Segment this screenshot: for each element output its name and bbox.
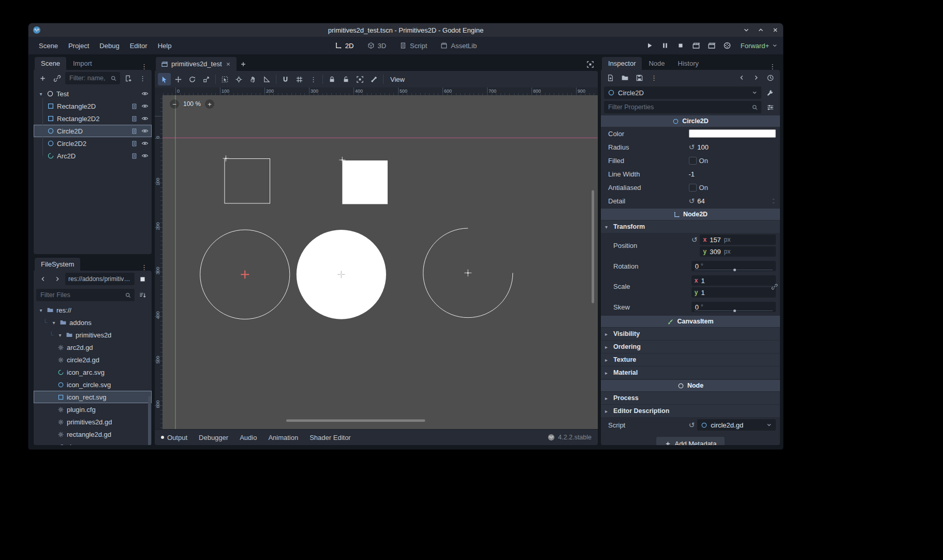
expand-arrow-icon[interactable]: ▾ — [38, 307, 44, 313]
toggle-split-mode-icon[interactable] — [136, 273, 149, 285]
filled-checkbox[interactable] — [689, 157, 697, 165]
menu-help[interactable]: Help — [153, 39, 177, 52]
bottom-tab-audio[interactable]: Audio — [240, 434, 257, 441]
category-node2d[interactable]: Node2D — [601, 209, 780, 220]
close-tab-icon[interactable] — [225, 61, 231, 67]
view-menu-button[interactable]: View — [386, 73, 409, 85]
color-picker-swatch[interactable] — [689, 129, 776, 138]
tree-row-circle2d2[interactable]: Circle2D2 — [34, 137, 152, 150]
rotate-mode-button[interactable] — [186, 73, 199, 85]
revert-icon[interactable]: ↺ — [689, 197, 695, 204]
tree-row-arc2d[interactable]: Arc2D — [34, 150, 152, 162]
expand-viewport-icon[interactable] — [583, 57, 597, 71]
tab-history[interactable]: History — [672, 57, 705, 70]
detail-value[interactable]: 64 — [697, 197, 704, 205]
renderer-dropdown[interactable]: Forward+ — [741, 42, 778, 50]
fs-row-images[interactable]: ▸ images — [34, 440, 152, 445]
resource-options-icon[interactable]: ⋮ — [647, 75, 660, 81]
group-transform[interactable]: ▾ Transform — [601, 220, 780, 233]
zoom-level[interactable]: 100 % — [183, 100, 201, 108]
category-circle2d[interactable]: Circle2D — [601, 115, 780, 127]
scale-mode-button[interactable] — [200, 73, 213, 85]
fs-back-button[interactable] — [36, 273, 49, 285]
tab-node[interactable]: Node — [642, 57, 671, 70]
attached-script-icon[interactable] — [131, 153, 138, 159]
tab-inspector[interactable]: Inspector — [602, 57, 642, 70]
group-texture[interactable]: ▸Texture — [601, 353, 780, 366]
skew-slider[interactable] — [695, 311, 773, 311]
snap-options-icon[interactable]: ⋮ — [307, 76, 320, 83]
bottom-tab-output[interactable]: Output — [161, 434, 187, 441]
fs-sort-icon[interactable] — [136, 289, 149, 301]
scene-tree-options-icon[interactable]: ⋮ — [136, 75, 149, 82]
revert-icon[interactable]: ↺ — [691, 236, 698, 243]
bottom-tab-shader-editor[interactable]: Shader Editor — [310, 434, 351, 441]
scale-y-field[interactable]: y 1 — [691, 287, 776, 298]
maximize-button[interactable] — [757, 26, 764, 34]
antialiased-checkbox[interactable] — [689, 184, 697, 191]
bottom-tab-animation[interactable]: Animation — [268, 434, 298, 441]
close-button[interactable] — [772, 26, 779, 34]
visibility-eye-icon[interactable] — [141, 127, 149, 135]
fs-row-primitives2d-gd[interactable]: primitives2d.gd — [34, 416, 152, 428]
add-metadata-button[interactable]: Add Metadata — [656, 437, 725, 445]
line-width-value[interactable]: -1 — [689, 170, 695, 178]
fs-row-plugin-cfg[interactable]: plugin.cfg — [34, 403, 152, 416]
fs-row-addons[interactable]: └ ▾ addons — [34, 316, 152, 329]
property-filter-options-icon[interactable] — [764, 101, 777, 113]
filesystem-scrollbar[interactable] — [148, 396, 151, 445]
expand-arrow-icon[interactable]: ▾ — [51, 320, 57, 326]
attached-script-icon[interactable] — [131, 140, 138, 147]
revert-icon[interactable]: ↺ — [689, 421, 695, 429]
fs-row-circle2d-gd[interactable]: circle2d.gd — [34, 353, 152, 366]
visibility-eye-icon[interactable] — [141, 102, 149, 110]
fs-row-arc2d-gd[interactable]: arc2d.gd — [34, 341, 152, 353]
fs-path[interactable]: res://addons/primitives2d/i — [68, 275, 131, 283]
move-mode-button[interactable] — [172, 73, 185, 85]
lock-node-button[interactable] — [326, 73, 338, 85]
tab-scene[interactable]: Scene — [35, 57, 66, 70]
fs-row-rectangle2d-gd[interactable]: rectangle2d.gd — [34, 428, 152, 440]
pause-button[interactable] — [659, 39, 671, 52]
tree-row-rectangle2d[interactable]: Rectangle2D — [34, 100, 152, 112]
visibility-eye-icon[interactable] — [141, 90, 149, 97]
group-editor-description[interactable]: ▸Editor Description — [601, 405, 780, 417]
play-custom-scene-button[interactable] — [705, 39, 718, 52]
play-scene-button[interactable] — [690, 39, 702, 52]
grid-snap-button[interactable] — [293, 73, 306, 85]
position-x-field[interactable]: x 157 px — [700, 234, 776, 245]
fs-row-icon-circle-svg[interactable]: icon_circle.svg — [34, 378, 152, 391]
menu-debug[interactable]: Debug — [94, 39, 124, 52]
visibility-eye-icon[interactable] — [141, 115, 149, 122]
zoom-in-button[interactable]: + — [205, 99, 214, 109]
position-y-field[interactable]: y 309 px — [700, 246, 776, 257]
tab-filesystem[interactable]: FileSystem — [35, 258, 80, 271]
save-resource-button[interactable] — [633, 71, 646, 84]
attach-script-button[interactable] — [122, 72, 135, 84]
group-ordering[interactable]: ▸Ordering — [601, 341, 780, 353]
tree-row-circle2d[interactable]: Circle2D — [34, 125, 152, 137]
object-tools-icon[interactable] — [764, 86, 777, 99]
load-resource-button[interactable] — [618, 71, 631, 84]
radius-value[interactable]: 100 — [697, 143, 709, 151]
skeleton-options-button[interactable] — [367, 73, 380, 85]
pivot-mode-button[interactable] — [232, 73, 245, 85]
workspace-assetlib[interactable]: AssetLib — [435, 39, 482, 52]
instantiate-scene-button[interactable] — [51, 72, 64, 84]
titlebar[interactable]: primitives2d_test.tscn - Primitives2D - … — [28, 23, 783, 37]
workspace-script[interactable]: Script — [394, 39, 432, 52]
scale-x-field[interactable]: x 1 — [691, 275, 776, 286]
fs-filter-input[interactable] — [39, 291, 123, 299]
scene-tab-primitives2d-test[interactable]: primitives2d_test — [156, 57, 237, 71]
attached-script-icon[interactable] — [131, 103, 138, 110]
smart-snap-button[interactable] — [279, 73, 292, 85]
fs-forward-button[interactable] — [51, 273, 64, 285]
minimize-button[interactable] — [743, 26, 750, 34]
link-scale-icon[interactable] — [771, 283, 778, 290]
menu-scene[interactable]: Scene — [34, 39, 63, 52]
bottom-tab-debugger[interactable]: Debugger — [199, 434, 228, 441]
history-forward-button[interactable] — [749, 71, 762, 84]
expand-arrow-icon[interactable]: ▾ — [57, 332, 63, 338]
workspace-2d[interactable]: 2D — [330, 39, 359, 52]
group-node-button[interactable] — [353, 73, 366, 85]
